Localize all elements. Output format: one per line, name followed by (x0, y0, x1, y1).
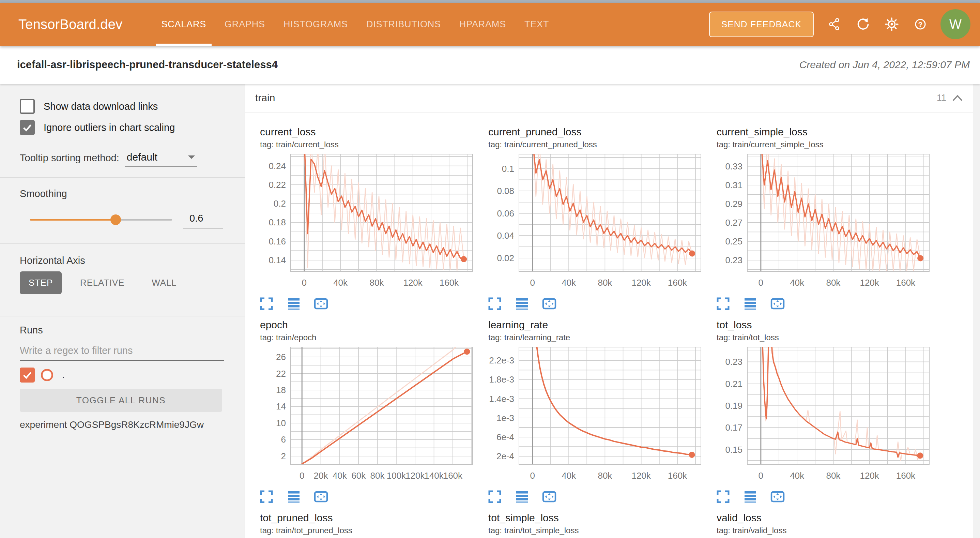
chart-plot[interactable]: 0.020.040.060.080.1040k80k120k160k (479, 152, 704, 292)
fullscreen-icon[interactable] (487, 489, 503, 504)
show-download-links-checkbox[interactable]: Show data download links (20, 99, 158, 114)
fullscreen-icon[interactable] (259, 489, 274, 504)
tab-distributions[interactable]: DISTRIBUTIONS (365, 3, 442, 46)
data-download-icon[interactable] (286, 489, 302, 504)
tab-hparams[interactable]: HPARAMS (458, 3, 508, 46)
svg-text:120k: 120k (406, 471, 425, 481)
svg-text:120k: 120k (632, 471, 651, 481)
svg-text:120k: 120k (860, 471, 879, 481)
chart-actions (259, 296, 475, 311)
fullscreen-icon[interactable] (259, 296, 274, 311)
tab-histograms[interactable]: HISTOGRAMS (282, 3, 349, 46)
fit-domain-icon[interactable] (313, 489, 329, 504)
user-avatar[interactable]: W (940, 9, 970, 39)
svg-text:18: 18 (276, 385, 286, 395)
svg-text:0: 0 (530, 471, 535, 481)
help-icon[interactable]: ? (913, 16, 928, 32)
tab-scalars[interactable]: SCALARS (160, 3, 207, 46)
smoothing-slider[interactable] (30, 219, 172, 220)
fit-domain-icon[interactable] (770, 296, 786, 311)
fit-domain-icon[interactable] (770, 489, 786, 504)
nav-tabs: SCALARS GRAPHS HISTOGRAMS DISTRIBUTIONS … (160, 3, 566, 46)
ignore-outliers-checkbox[interactable]: Ignore outliers in chart scaling (20, 120, 175, 135)
chart-tag: tag: train/learning_rate (488, 333, 704, 342)
svg-text:2: 2 (281, 451, 286, 461)
chart-tag: tag: train/tot_simple_loss (488, 526, 704, 535)
share-icon[interactable] (827, 16, 842, 32)
send-feedback-button[interactable]: SEND FEEDBACK (709, 11, 814, 37)
svg-text:120k: 120k (403, 278, 423, 288)
svg-text:80k: 80k (598, 471, 612, 481)
svg-text:0.2: 0.2 (274, 198, 286, 209)
fullscreen-icon[interactable] (715, 489, 731, 504)
svg-text:160k: 160k (439, 278, 459, 288)
tab-text[interactable]: TEXT (523, 3, 550, 46)
section-title: train (255, 92, 275, 104)
chart-tag: tag: train/tot_pruned_loss (260, 526, 475, 535)
svg-text:100k: 100k (387, 471, 406, 481)
axis-relative-button[interactable]: RELATIVE (71, 271, 133, 294)
data-download-icon[interactable] (743, 296, 758, 311)
tooltip-sorting-row: Tooltip sorting method: default (20, 150, 197, 167)
refresh-icon[interactable] (855, 16, 871, 32)
svg-text:0: 0 (302, 278, 307, 288)
chart-plot[interactable]: 2e-46e-41e-31.4e-31.8e-32.2e-3040k80k120… (479, 345, 704, 485)
slider-thumb[interactable] (110, 214, 121, 225)
chart-card: valid_loss tag: train/valid_loss (707, 507, 932, 538)
tab-graphs[interactable]: GRAPHS (223, 3, 266, 46)
svg-text:1.4e-3: 1.4e-3 (489, 394, 514, 404)
fit-domain-icon[interactable] (541, 296, 557, 311)
settings-icon[interactable] (884, 16, 900, 32)
svg-text:0.16: 0.16 (269, 236, 286, 246)
chevron-up-icon[interactable] (952, 94, 963, 102)
chart-tag: tag: train/current_loss (260, 140, 475, 149)
chart-tag: tag: train/valid_loss (717, 526, 932, 535)
smoothing-slider-row (0, 209, 245, 230)
smoothing-value-field[interactable] (183, 209, 223, 228)
chart-plot[interactable]: 0.150.170.190.210.23040k80k120k160k (707, 345, 932, 485)
svg-text:0: 0 (759, 471, 763, 481)
chart-card: current_loss tag: train/current_loss 0.1… (250, 121, 475, 314)
chart-title: tot_loss (717, 319, 932, 331)
svg-text:0.23: 0.23 (725, 357, 743, 367)
divider (0, 243, 245, 244)
fit-domain-icon[interactable] (313, 296, 329, 311)
axis-wall-button[interactable]: WALL (143, 271, 185, 294)
tooltip-sorting-select[interactable]: default (125, 150, 197, 167)
svg-text:2.2e-3: 2.2e-3 (489, 355, 514, 366)
svg-text:120k: 120k (860, 278, 879, 288)
data-download-icon[interactable] (286, 296, 302, 311)
run-color-swatch[interactable] (41, 369, 53, 381)
chart-plot[interactable]: 0.140.160.180.20.220.24040k80k120k160k (250, 152, 475, 292)
toggle-all-runs-button[interactable]: TOGGLE ALL RUNS (20, 389, 222, 412)
train-section-header[interactable]: train 11 (245, 83, 973, 113)
chart-plot[interactable]: 0.230.250.270.290.310.33040k80k120k160k (707, 152, 932, 292)
svg-text:60k: 60k (351, 471, 366, 481)
chart-actions (715, 296, 932, 311)
axis-step-button[interactable]: STEP (20, 271, 62, 294)
checkbox-checked[interactable] (20, 120, 35, 135)
data-download-icon[interactable] (743, 489, 758, 504)
svg-text:160k: 160k (668, 471, 687, 481)
fullscreen-icon[interactable] (487, 296, 503, 311)
svg-text:22: 22 (276, 369, 286, 379)
runs-label: Runs (20, 324, 43, 336)
chart-tag: tag: train/tot_loss (717, 333, 932, 342)
data-download-icon[interactable] (514, 489, 530, 504)
fit-domain-icon[interactable] (541, 489, 557, 504)
chart-card: current_pruned_loss tag: train/current_p… (479, 121, 704, 314)
run-checkbox[interactable] (20, 367, 35, 383)
svg-text:0.31: 0.31 (725, 180, 743, 190)
svg-text:0.21: 0.21 (725, 379, 743, 389)
chart-plot[interactable]: 261014182226020k40k60k80k100k120k140k160… (250, 345, 475, 485)
section-chart-count: 11 (937, 93, 946, 103)
fullscreen-icon[interactable] (715, 296, 731, 311)
svg-text:40k: 40k (332, 471, 347, 481)
checkbox-unchecked[interactable] (20, 99, 35, 114)
runs-filter-input[interactable] (20, 341, 224, 361)
chart-actions (715, 489, 932, 504)
data-download-icon[interactable] (514, 296, 530, 311)
charts-grid: current_loss tag: train/current_loss 0.1… (245, 113, 973, 538)
train-section-card: train 11 current_loss tag: train/current… (245, 83, 973, 538)
svg-text:40k: 40k (562, 471, 576, 481)
